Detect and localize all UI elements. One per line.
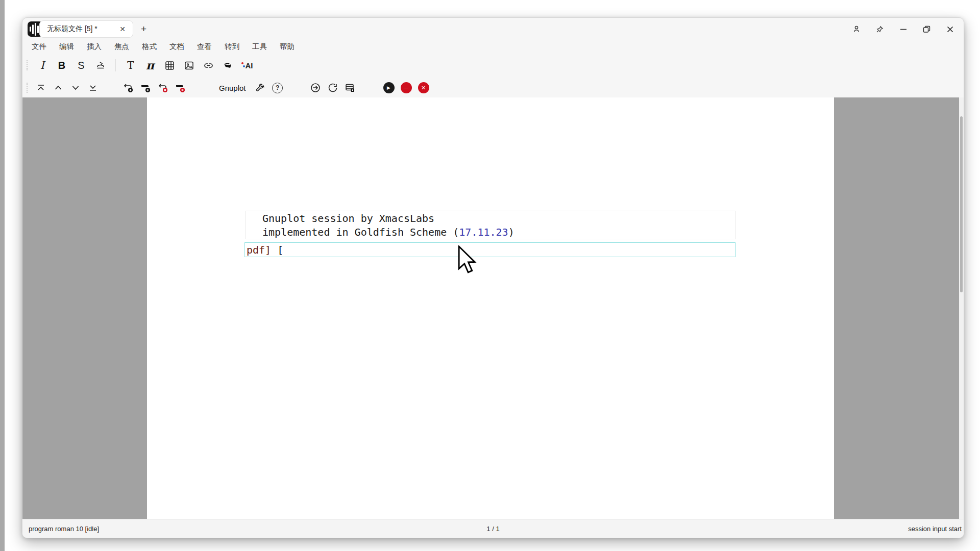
- minimize-button[interactable]: [899, 25, 908, 34]
- stop-session-button[interactable]: ✕: [416, 81, 431, 95]
- menu-format[interactable]: 格式: [142, 42, 157, 52]
- new-tab-button[interactable]: +: [138, 22, 150, 36]
- tab-close-icon[interactable]: ✕: [117, 24, 128, 34]
- document-tab[interactable]: 无标题文件 [5] * ✕: [39, 20, 133, 38]
- remove-field-below-icon[interactable]: [173, 81, 187, 95]
- toolbar-separator: [115, 59, 116, 71]
- engine-version: 17.11.23: [459, 226, 508, 238]
- window-controls: [852, 18, 954, 40]
- insert-field-below-icon[interactable]: [138, 81, 153, 95]
- close-button[interactable]: [946, 25, 954, 34]
- app-window: 无标题文件 [5] * ✕ +: [22, 17, 964, 538]
- strike-button[interactable]: S: [74, 58, 89, 73]
- screen: 无标题文件 [5] * ✕ +: [0, 0, 980, 551]
- wrench-icon[interactable]: [253, 81, 267, 95]
- menu-view[interactable]: 查看: [197, 42, 212, 52]
- italic-button[interactable]: I: [35, 58, 50, 73]
- menu-edit[interactable]: 编辑: [59, 42, 74, 52]
- status-bar: program roman 10 [idle] 1 / 1 session in…: [22, 519, 964, 538]
- restart-session-icon[interactable]: [326, 81, 340, 95]
- insert-field-above-icon[interactable]: [121, 81, 135, 95]
- session-banner-line2: implemented in Goldfish Scheme (17.11.23…: [262, 226, 735, 239]
- go-first-field-icon[interactable]: [34, 81, 48, 95]
- menu-focus[interactable]: 焦点: [114, 42, 129, 52]
- session-prompt: pdf]: [247, 244, 277, 256]
- text-cursor: [: [277, 244, 283, 256]
- menu-insert[interactable]: 插入: [87, 42, 102, 52]
- session-banner-line1: Gnuplot session by XmacsLabs: [262, 212, 735, 226]
- document-area: Gnuplot session by XmacsLabs implemented…: [22, 97, 964, 519]
- menu-help[interactable]: 帮助: [280, 42, 295, 52]
- link-icon[interactable]: [201, 58, 216, 73]
- session-input-field[interactable]: pdf] [: [244, 242, 736, 257]
- session-output-block: Gnuplot session by XmacsLabs implemented…: [246, 211, 736, 239]
- restore-button[interactable]: [922, 25, 931, 34]
- vertical-scrollbar[interactable]: [959, 97, 964, 519]
- mouse-cursor-icon: [457, 245, 477, 275]
- pin-icon[interactable]: [875, 25, 884, 34]
- background-window-edge: [0, 0, 5, 551]
- menu-tools[interactable]: 工具: [252, 42, 267, 52]
- menu-bar: 文件 编辑 插入 焦点 格式 文档 查看 转到 工具 帮助: [22, 40, 964, 53]
- go-next-field-icon[interactable]: [68, 81, 83, 95]
- clip-icon[interactable]: [220, 58, 235, 73]
- remove-field-above-icon[interactable]: [156, 81, 170, 95]
- math-mode-button[interactable]: π: [142, 58, 158, 73]
- session-settings-icon[interactable]: [343, 81, 357, 95]
- ink-color-icon[interactable]: [93, 58, 108, 73]
- help-circle-icon[interactable]: ?: [271, 81, 285, 95]
- menu-file[interactable]: 文件: [32, 42, 46, 52]
- interrupt-button[interactable]: ─: [399, 81, 413, 95]
- bold-button[interactable]: B: [54, 58, 69, 73]
- menu-document[interactable]: 文档: [169, 42, 184, 52]
- scrollbar-thumb[interactable]: [960, 116, 963, 292]
- enter-session-icon[interactable]: [308, 81, 323, 95]
- text-mode-button[interactable]: T: [123, 58, 138, 73]
- table-icon[interactable]: [162, 58, 177, 73]
- go-last-field-icon[interactable]: [86, 81, 100, 95]
- document-page[interactable]: [147, 97, 834, 519]
- account-icon[interactable]: [852, 25, 861, 34]
- menu-go[interactable]: 转到: [225, 42, 239, 52]
- session-engine-label: Gnuplot: [219, 84, 246, 92]
- sparkle-icon: [241, 62, 245, 68]
- session-toolbar: Gnuplot ?: [22, 78, 964, 97]
- image-icon[interactable]: [181, 58, 197, 73]
- format-toolbar: I B S T π: [22, 53, 964, 78]
- tab-title: 无标题文件 [5] *: [47, 24, 117, 34]
- ai-assistant-button[interactable]: AI: [239, 58, 255, 73]
- status-page-indicator: 1 / 1: [22, 525, 964, 533]
- go-previous-field-icon[interactable]: [51, 81, 65, 95]
- tab-bar: 无标题文件 [5] * ✕ +: [22, 18, 964, 40]
- evaluate-button[interactable]: ▶: [382, 81, 396, 95]
